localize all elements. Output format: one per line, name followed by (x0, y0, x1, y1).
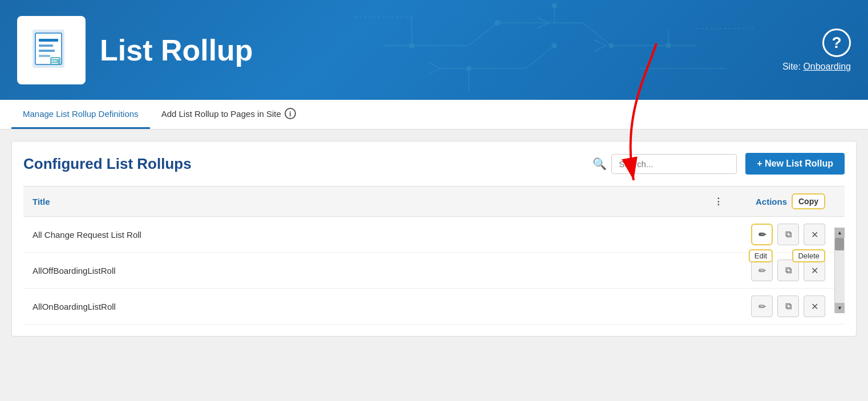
delete-button-row1[interactable]: ✕ (804, 224, 825, 245)
dots-icon: ⋮ (714, 196, 723, 206)
delete-tooltip: Delete (792, 249, 825, 262)
svg-rect-24 (39, 39, 58, 42)
site-info: Site: Onboarding (782, 62, 851, 72)
card-title: Configured List Rollups (23, 155, 584, 173)
svg-point-18 (552, 3, 557, 8)
search-icon: 🔍 (593, 157, 607, 171)
svg-line-1 (469, 23, 497, 46)
app-header: List Rollup ? Site: Onboarding (0, 0, 868, 100)
table-header-row: Title ⋮ Actions Copy (23, 187, 845, 217)
delete-button-row3[interactable]: ✕ (804, 295, 825, 317)
tab-add[interactable]: Add List Rollup to Pages in Site i (150, 100, 307, 129)
col-title: Title (23, 187, 705, 217)
svg-point-17 (467, 66, 471, 71)
rollups-table: Title ⋮ Actions Copy (23, 186, 845, 325)
row-dots (705, 217, 732, 253)
copy-button-row2[interactable]: ⧉ (777, 260, 799, 281)
table-row: AllOnBoardingListRoll ✏ ⧉ ✕ (23, 289, 845, 325)
edit-button-row3[interactable]: ✏ (751, 295, 773, 317)
svg-point-15 (552, 43, 557, 48)
scroll-up-btn[interactable]: ▲ (835, 228, 845, 238)
search-container: 🔍 (593, 154, 737, 174)
row-title: AllOffBoardingListRoll (23, 253, 705, 289)
col-actions: Actions Copy (732, 187, 834, 217)
copy-button-row1[interactable]: ⧉ (777, 224, 799, 245)
svg-rect-30 (51, 60, 57, 62)
svg-point-16 (666, 43, 671, 48)
svg-rect-26 (39, 50, 55, 52)
svg-line-3 (583, 23, 611, 46)
edit-button-row1[interactable]: ✏ (751, 224, 773, 245)
edit-button-row2[interactable]: ✏ (751, 260, 773, 281)
help-button[interactable]: ? (822, 29, 851, 57)
tabs-bar: Manage List Rollup Definitions Add List … (0, 100, 868, 129)
edit-tooltip: Edit (749, 249, 773, 262)
main-content: Configured List Rollups 🔍 + New List Rol… (0, 129, 868, 348)
col-dots[interactable]: ⋮ (705, 187, 732, 217)
row-actions-cell: ✏ ⧉ ✕ (732, 289, 834, 325)
new-list-rollup-button[interactable]: + New List Rollup (745, 153, 845, 175)
scroll-area[interactable]: ▲ ▼ (834, 217, 845, 325)
header-right-section: ? Site: Onboarding (782, 29, 851, 72)
copy-button-row3[interactable]: ⧉ (777, 295, 799, 317)
search-input[interactable] (611, 154, 737, 174)
row-dots (705, 289, 732, 325)
svg-point-13 (495, 21, 500, 25)
scroll-header (834, 187, 845, 217)
table-wrapper: Title ⋮ Actions Copy (23, 186, 845, 325)
row-dots (705, 253, 732, 289)
svg-rect-31 (51, 63, 58, 64)
scroll-down-btn[interactable]: ▼ (835, 303, 845, 313)
app-title: List Rollup (100, 33, 253, 67)
scroll-thumb (835, 238, 844, 250)
card-header: Configured List Rollups 🔍 + New List Rol… (23, 153, 845, 175)
svg-point-14 (609, 43, 614, 48)
site-link[interactable]: Onboarding (803, 62, 851, 71)
row-title: AllOnBoardingListRoll (23, 289, 705, 325)
row-title: All Change Request List Roll (23, 217, 705, 253)
copy-column-tooltip: Copy (792, 193, 825, 209)
svg-rect-27 (39, 55, 50, 57)
svg-rect-25 (39, 44, 53, 47)
row-actions-cell: ✏ Edit ⧉ ✕ Delete (732, 217, 834, 253)
table-row: All Change Request List Roll ✏ Edit (23, 217, 845, 253)
content-card: Configured List Rollups 🔍 + New List Rol… (11, 141, 857, 337)
svg-line-6 (526, 46, 554, 68)
svg-point-12 (409, 43, 414, 48)
app-logo (17, 16, 86, 84)
tab-manage[interactable]: Manage List Rollup Definitions (11, 100, 150, 129)
tab-info-icon: i (285, 108, 296, 119)
delete-button-row2[interactable]: ✕ (804, 260, 825, 281)
svg-rect-29 (51, 58, 59, 59)
table-row: AllOffBoardingListRoll ✏ ⧉ ✕ (23, 253, 845, 289)
